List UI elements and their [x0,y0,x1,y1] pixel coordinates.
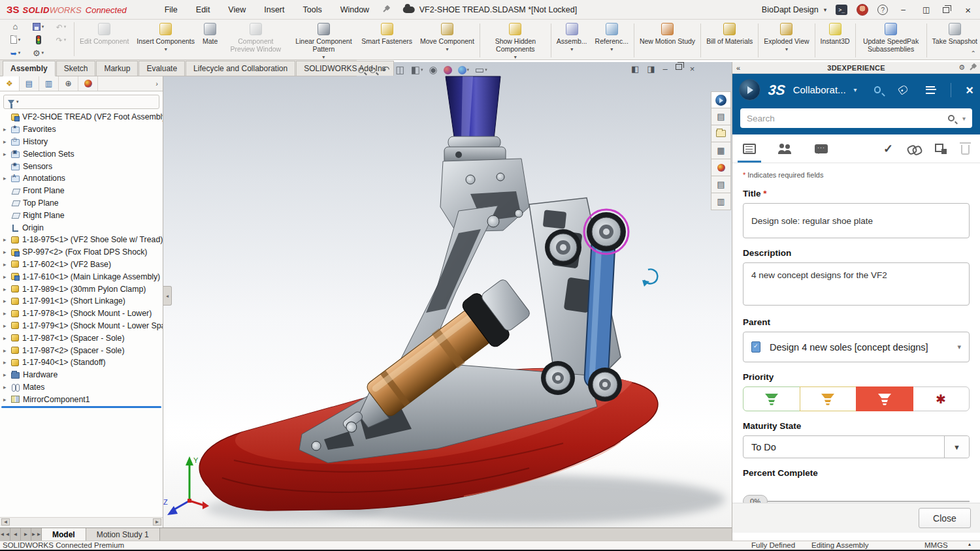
dropdown-caret-icon[interactable]: ▾ [18,50,21,55]
expand-arrow-icon[interactable]: ▸ [3,310,11,317]
section-view-icon[interactable]: ◫ [396,64,405,76]
tree-item-7[interactable]: Top Plane [0,197,163,210]
panel-pin-icon[interactable] [969,64,976,71]
tab-assembly[interactable]: Assembly [3,61,56,76]
tab-markup[interactable]: Markup [96,61,138,76]
convert-copy-icon[interactable] [935,144,947,154]
hide-show-items-icon[interactable]: ◉ [429,64,437,76]
scroll-right-button[interactable]: ► [153,518,161,526]
view-settings-icon[interactable]: ▭▾ [475,64,487,76]
avatar[interactable] [857,4,868,16]
display-style-icon[interactable]: ◧▾ [411,64,423,76]
menu-icon[interactable] [926,86,936,94]
dropdown-caret-icon[interactable]: ▾ [467,67,470,72]
minimize-button[interactable]: – [897,5,909,14]
search-input[interactable] [747,114,948,123]
status-units-caret-icon[interactable]: ▴ [968,541,971,547]
scroll-left-button[interactable]: ◄ [1,518,10,526]
insert-components-button[interactable]: Insert Components▾ [133,22,199,59]
title-field[interactable] [743,203,970,238]
new-motion-study-button[interactable]: New Motion Study [636,22,699,59]
tree-item-4[interactable]: ◉Sensors [0,160,163,172]
dropdown-caret-icon[interactable]: ▾ [42,50,44,55]
rebuild-button[interactable] [27,33,50,46]
taskpane-tab-document-manager[interactable]: ▥ [711,193,731,210]
tab-motion-study-1[interactable]: Motion Study 1 [86,528,160,541]
dropdown-caret-icon[interactable]: ▾ [785,46,788,54]
tree-item-11[interactable]: ▸SP-997<2> (Fox Float DPS Shock) [0,246,163,259]
dock-window-button[interactable]: ◫ [919,5,934,14]
dropdown-caret-icon[interactable]: ▾ [570,46,573,54]
rollback-bar[interactable] [1,406,161,408]
tree-item-22[interactable]: ▸Mates [0,381,163,394]
zoom-to-fit-icon[interactable] [358,67,364,73]
tree-item-23[interactable]: ▸MirrorComponent1 [0,393,163,405]
tab-sketch[interactable]: Sketch [56,61,96,76]
smart-fasteners-button[interactable]: Smart Fasteners [357,22,416,59]
taskpane-tab-appearances-scenes[interactable] [711,159,731,176]
expand-arrow-icon[interactable]: ▸ [3,396,11,403]
edit-appearance-icon[interactable] [444,66,452,74]
tree-item-5[interactable]: ▸AAnnotations [0,172,163,185]
dropdown-caret-icon[interactable]: ▾ [610,46,613,54]
save-as-button[interactable]: ▾ [4,46,27,59]
tree-tabs-overflow-icon[interactable]: › [151,76,163,91]
tree-item-6[interactable]: Front Plane [0,185,163,197]
search-icon[interactable] [874,86,881,93]
restore-button[interactable] [943,7,949,13]
expand-arrow-icon[interactable]: ▸ [3,359,11,366]
tree-tab-property-manager[interactable]: ▤ [20,76,39,91]
close-panel-button[interactable]: Close [919,508,971,528]
tree-item-1[interactable]: ▸★Favorites [0,123,163,136]
instant3d-button[interactable]: Instant3D [817,22,854,59]
expand-arrow-icon[interactable]: ▸ [3,371,11,378]
tree-tab-display-manager[interactable] [78,76,98,91]
assembly-features-button[interactable]: Assemb...▾ [553,22,591,59]
expand-arrow-icon[interactable]: ▸ [3,175,11,181]
chevron-down-icon[interactable]: ▾ [962,115,966,122]
show-hidden-components-button[interactable]: Show Hidden Components▾ [482,22,549,59]
slider-track[interactable] [764,501,970,502]
pin-menu-icon[interactable] [382,6,389,13]
dropdown-caret-icon[interactable]: ▾ [42,24,44,29]
new-document-button[interactable]: ▾ [4,33,27,46]
menu-window[interactable]: Window [333,3,377,17]
expand-arrow-icon[interactable]: ▸ [3,249,11,255]
panel-settings-icon[interactable]: ⚙ [958,63,965,72]
priority-high-button[interactable] [856,386,913,411]
taskpane-tab-3dexperience[interactable] [711,91,731,108]
taskpane-tab-custom-properties[interactable]: ▤ [711,176,731,193]
expand-arrow-icon[interactable]: ▸ [3,347,11,354]
tree-tab-featuremanager[interactable]: ❖ [0,76,20,91]
previous-view-icon[interactable]: ↶ [382,64,390,76]
first-tab-button[interactable]: ◄◄ [0,528,10,541]
tree-root[interactable]: VF2-SHOE TREAD (VF2 Foot Assembly) [0,111,163,123]
menu-edit[interactable]: Edit [188,3,218,17]
tree-horizontal-scrollbar[interactable]: ◄ ► [0,517,163,526]
options-button[interactable]: ▾ [27,46,50,59]
search-box[interactable]: ▾ [740,108,972,128]
expand-arrow-icon[interactable]: ▸ [3,126,11,133]
update-speedpak-button[interactable]: Update SpeedPak Subassemblies [857,22,925,59]
dropdown-arrow-button[interactable]: ▼ [944,436,969,458]
last-tab-button[interactable]: ►► [31,528,42,541]
panel-close-icon[interactable]: × [966,84,973,96]
account-menu[interactable]: BioDapt Design ▾ [762,5,826,14]
expand-arrow-icon[interactable]: ▸ [3,138,11,145]
exploded-view-button[interactable]: Exploded View▾ [760,22,813,59]
tree-item-15[interactable]: ▸1-17-991<1> (Short Linkage) [0,295,163,307]
tree-item-12[interactable]: ▸1-17-602<1> (VF2 Base) [0,259,163,271]
description-field[interactable]: 4 new concept designs for the VF2 [743,262,970,306]
priority-medium-button[interactable] [800,386,857,411]
taskpane-tab-file-explorer[interactable] [711,125,731,142]
menu-tools[interactable]: Tools [295,3,330,17]
tree-item-20[interactable]: ▸1-17-940<1> (Standoff) [0,356,163,369]
menu-file[interactable]: File [157,3,186,17]
reference-geometry-button[interactable]: Referenc...▾ [591,22,632,59]
expand-arrow-icon[interactable]: ▸ [3,335,11,341]
tab-lifecycle-and-collaboration[interactable]: Lifecycle and Collaboration [186,61,295,76]
tree-item-13[interactable]: ▸1-17-610<1> (Main Linkage Assembly) [0,270,163,283]
mark-complete-icon[interactable]: ✓ [883,142,893,156]
chevron-down-icon[interactable]: ▾ [854,86,857,93]
tree-item-17[interactable]: ▸1-17-979<1> (Shock Mount - Lower Spac [0,320,163,332]
